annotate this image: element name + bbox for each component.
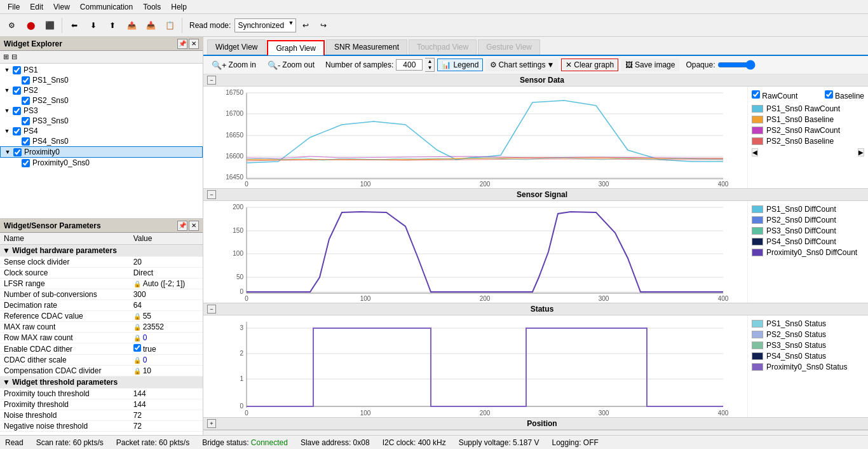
legend-button[interactable]: 📊 Legend: [437, 59, 483, 71]
chart-status-collapse-button[interactable]: −: [207, 305, 216, 314]
chart-sensor-data-svg: 16750 16700 16650 16600 16450 0 100 200 …: [203, 86, 747, 188]
tree-item-ps1[interactable]: ▼ PS1: [0, 65, 203, 75]
zoom-out-button[interactable]: 🔍- Zoom out: [263, 59, 319, 72]
legend-ps3-status: PS3_Sns0 Status: [752, 341, 864, 350]
tree-checkbox-ps2[interactable]: [13, 86, 21, 95]
tree-checkbox-ps4-sns0[interactable]: [22, 137, 30, 146]
tree-expand-ps3[interactable]: ▼: [3, 106, 11, 115]
tree-item-ps1-sns0[interactable]: ▷ PS1_Sns0: [0, 75, 203, 85]
menu-communication[interactable]: Communication: [75, 1, 138, 13]
tree-checkbox-ps4[interactable]: [13, 127, 21, 135]
tree-checkbox-ps1-sns0[interactable]: [22, 76, 30, 85]
tree-checkbox-ps3-sns0[interactable]: [22, 117, 30, 125]
sensor-params-close-button[interactable]: ✕: [189, 221, 199, 231]
tree-item-proximity0[interactable]: ▼ Proximity0: [0, 146, 203, 158]
tree-item-ps2[interactable]: ▼ PS2: [0, 85, 203, 95]
tree-item-ps4[interactable]: ▼ PS4: [0, 126, 203, 136]
up-button[interactable]: ⬆: [104, 17, 121, 34]
menu-file[interactable]: File: [3, 1, 25, 13]
tree-checkbox-ps1[interactable]: [13, 66, 21, 74]
params-section-threshold-expand[interactable]: ▼: [3, 378, 10, 387]
samples-up-button[interactable]: ▲: [425, 59, 434, 65]
program-button[interactable]: 📋: [161, 17, 179, 34]
zoom-out-label: Zoom out: [282, 60, 315, 69]
tree-label-ps4: PS4: [24, 127, 38, 135]
baseline-header-checkbox[interactable]: [825, 90, 833, 99]
legend-scroll-left-button[interactable]: ◀: [752, 148, 758, 156]
menu-view[interactable]: View: [48, 1, 75, 13]
widget-tree[interactable]: ▼ PS1 ▷ PS1_Sns0 ▼ PS2 ▷ PS2_Sns0: [0, 64, 203, 219]
zoom-out-icon: 🔍-: [268, 60, 280, 70]
legend-ps2-status: PS2_Sns0 Status: [752, 330, 864, 339]
tree-expand-all-button[interactable]: ⊞: [3, 52, 10, 62]
sensor-params-table[interactable]: Name Value ▼ Widget hardware parameters …: [0, 233, 203, 435]
import-button[interactable]: 📥: [142, 17, 159, 34]
stop-button[interactable]: ⬤: [22, 17, 39, 34]
status-bar: Read Scan rate: 60 pkts/s Packet rate: 6…: [0, 435, 868, 449]
chart-sensor-signal-title: Sensor Signal: [220, 190, 864, 199]
tree-expand-ps1[interactable]: ▼: [3, 66, 11, 74]
legend-label-ps2-baseline: PS2_Sns0 Baseline: [766, 137, 834, 146]
menu-edit[interactable]: Edit: [25, 1, 48, 13]
save-image-button[interactable]: 🖼 Save image: [621, 59, 679, 71]
tree-item-ps2-sns0[interactable]: ▷ PS2_Sns0: [0, 95, 203, 106]
chart-sensor-data-body: 16750 16700 16650 16600 16450 0 100 200 …: [203, 86, 868, 188]
read-mode-select[interactable]: Synchronized Sequential Manual: [234, 18, 296, 32]
tree-expand-ps4[interactable]: ▼: [3, 127, 11, 135]
svg-text:300: 300: [599, 295, 609, 302]
clear-graph-button[interactable]: ✕ Clear graph: [561, 59, 618, 71]
tab-widget-view[interactable]: Widget View: [207, 39, 266, 55]
export-button[interactable]: 📤: [123, 17, 140, 34]
rawcount-header-checkbox[interactable]: [752, 90, 760, 99]
svg-text:2: 2: [240, 350, 243, 357]
legend-scroll-right-button[interactable]: ▶: [858, 148, 864, 156]
tab-gesture-view[interactable]: Gesture View: [478, 39, 540, 55]
chart-position-collapse-button[interactable]: +: [207, 419, 216, 428]
param-row-compdiv: Compensation CDAC divider🔒10: [0, 366, 203, 376]
status-bridge-label: Bridge status:: [202, 438, 248, 447]
tree-item-proximity0-sns0[interactable]: ▷ Proximity0_Sns0: [0, 158, 203, 168]
sensor-params-title: Widget/Sensor Parameters: [4, 221, 101, 230]
tree-item-ps3[interactable]: ▼ PS3: [0, 106, 203, 116]
tab-snr-measurement[interactable]: SNR Measurement: [326, 39, 407, 55]
tree-item-ps4-sns0[interactable]: ▷ PS4_Sns0: [0, 136, 203, 146]
widget-explorer-title: Widget Explorer: [4, 39, 62, 48]
tree-collapse-all-button[interactable]: ⊟: [11, 52, 18, 62]
param-row-nnt: Negative noise threshold72: [0, 421, 203, 432]
param-row-scd: Sense clock divider20: [0, 257, 203, 268]
cdac-dither-checkbox[interactable]: [133, 344, 141, 352]
widget-explorer-close-button[interactable]: ✕: [189, 39, 199, 49]
tab-touchpad-view[interactable]: Touchpad View: [409, 39, 477, 55]
menu-tools[interactable]: Tools: [138, 1, 166, 13]
sensor-params-pin-button[interactable]: 📌: [177, 221, 187, 231]
tree-checkbox-proximity0-sns0[interactable]: [22, 159, 30, 167]
opaque-slider[interactable]: [717, 60, 756, 70]
back-button[interactable]: ⬅: [65, 17, 83, 34]
tree-checkbox-proximity0[interactable]: [13, 148, 22, 156]
svg-text:400: 400: [718, 295, 729, 302]
tree-checkbox-ps3[interactable]: [13, 107, 21, 115]
down-button[interactable]: ⬇: [85, 17, 102, 34]
undo-button[interactable]: ↩: [297, 17, 314, 34]
settings-button[interactable]: ⚙: [3, 17, 20, 34]
zoom-in-button[interactable]: 🔍+ Zoom in: [207, 59, 261, 72]
params-section-hardware-expand[interactable]: ▼: [3, 246, 10, 255]
redo-button[interactable]: ↪: [315, 17, 332, 34]
tree-checkbox-ps2-sns0[interactable]: [22, 97, 30, 105]
legend-label-prox0-diff: Proximity0_Sns0 DiffCount: [766, 248, 857, 257]
read-mode-select-wrap[interactable]: Synchronized Sequential Manual: [234, 18, 296, 32]
chart-settings-button[interactable]: ⚙ Chart settings ▼: [485, 59, 559, 71]
samples-input[interactable]: [396, 59, 423, 71]
chart-sensor-data-collapse-button[interactable]: −: [207, 76, 216, 85]
tree-expand-proximity0[interactable]: ▼: [3, 148, 12, 156]
chart-sensor-signal-collapse-button[interactable]: −: [207, 190, 216, 199]
chart-position-title: Position: [220, 419, 864, 428]
tab-graph-view[interactable]: Graph View: [267, 40, 324, 55]
widget-explorer-pin-button[interactable]: 📌: [177, 39, 187, 49]
pause-button[interactable]: ⬛: [41, 17, 58, 34]
tree-item-ps3-sns0[interactable]: ▷ PS3_Sns0: [0, 116, 203, 126]
tree-expand-ps2[interactable]: ▼: [3, 86, 11, 95]
menu-help[interactable]: Help: [166, 1, 192, 13]
samples-label: Number of samples:: [325, 60, 393, 69]
samples-down-button[interactable]: ▼: [425, 65, 434, 71]
